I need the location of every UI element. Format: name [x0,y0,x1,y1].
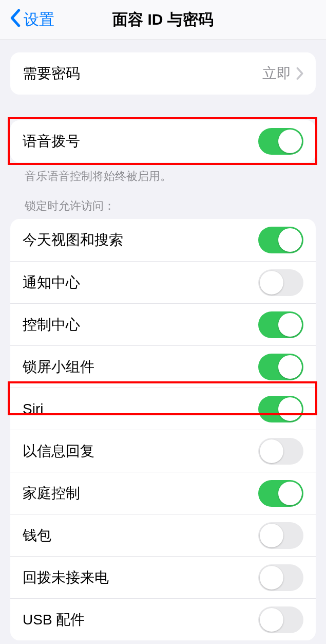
lock-item-label: 钱包 [23,526,258,545]
require-passcode-label: 需要密码 [23,64,262,83]
require-passcode-row[interactable]: 需要密码 立即 [10,52,316,95]
lock-item-row: 锁屏小组件 [10,345,316,388]
usb-footnote: iPhone 锁定超过一小时后，需先解锁 iPhone 才能允许 USB 配件连… [10,640,316,644]
voice-dial-footnote: 音乐语音控制将始终被启用。 [10,162,316,184]
voice-dial-row: 语音拨号 [10,120,316,162]
lock-item-toggle[interactable] [258,396,303,422]
lock-item-toggle[interactable] [258,269,303,296]
lock-item-row: 回拨未接来电 [10,556,316,598]
lock-item-label: 控制中心 [23,315,258,335]
lock-item-row: 家庭控制 [10,472,316,514]
voice-dial-toggle[interactable] [258,128,303,155]
chevron-left-icon [10,9,21,30]
lock-item-row: 以信息回复 [10,430,316,472]
lock-item-label: 回拨未接来电 [23,568,258,587]
back-button[interactable]: 设置 [0,9,54,30]
chevron-right-icon [296,67,303,80]
lock-item-row: 控制中心 [10,303,316,345]
lock-section-header: 锁定时允许访问： [10,198,316,219]
lock-item-label: 家庭控制 [23,484,258,503]
lock-item-toggle[interactable] [258,480,303,507]
lock-item-label: USB 配件 [23,610,258,630]
lock-item-toggle[interactable] [258,606,303,633]
lock-item-label: Siri [23,401,258,417]
require-passcode-value: 立即 [262,64,291,83]
lock-item-row: 今天视图和搜索 [10,219,316,261]
lock-item-label: 通知中心 [23,273,258,292]
lock-item-toggle[interactable] [258,438,303,465]
lock-item-toggle[interactable] [258,522,303,549]
back-label: 设置 [24,9,54,30]
lock-item-label: 今天视图和搜索 [23,230,258,250]
lock-item-row: Siri [10,388,316,430]
nav-bar: 设置 面容 ID 与密码 [0,0,326,40]
lock-item-toggle[interactable] [258,564,303,591]
lock-item-row: 通知中心 [10,261,316,303]
lock-item-label: 锁屏小组件 [23,357,258,377]
lock-item-row: 钱包 [10,514,316,556]
lock-item-toggle[interactable] [258,227,303,253]
lock-item-toggle[interactable] [258,354,303,380]
lock-item-toggle[interactable] [258,311,303,338]
voice-dial-label: 语音拨号 [23,132,258,151]
lock-item-row: USB 配件 [10,598,316,640]
lock-item-label: 以信息回复 [23,441,258,461]
